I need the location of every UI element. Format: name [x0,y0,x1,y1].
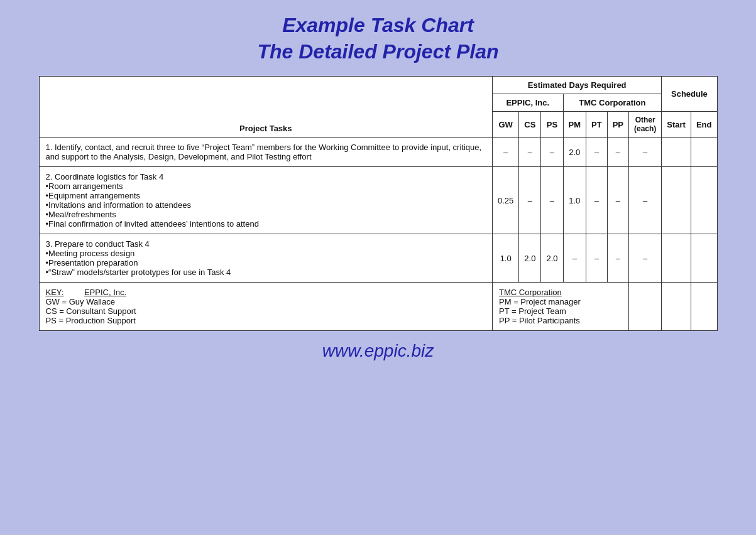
row3-end [691,234,717,283]
tmc-key-pp: PP = Pilot Participants [499,316,580,325]
estimated-days-header: Estimated Days Required [493,77,662,94]
key-start [662,283,691,331]
row2-ps: – [541,167,563,234]
row2-start [662,167,691,234]
row2-pm: 1.0 [563,167,586,234]
tmc-key-label: TMC Corporation [499,288,562,297]
row2-other: – [628,167,661,234]
row2-cs: – [519,167,541,234]
row2-gw: 0.25 [493,167,519,234]
col-end: End [691,112,717,138]
tmc-key-pt: PT = Project Team [499,306,566,316]
task-1-text: 1. Identify, contact, and recruit three … [39,138,493,167]
website-url: www.eppic.biz [322,341,434,361]
eppic-key-gw: GW = Guy Wallace [46,297,115,306]
schedule-header: Schedule [662,77,717,112]
col-other: Other(each) [628,112,661,138]
eppic-key-cs: CS = Consultant Support [46,306,136,316]
page-title: Example Task Chart The Detailed Project … [257,13,498,65]
row1-pp: – [607,138,628,167]
table-row: 2. Coordinate logistics for Task 4•Room … [39,167,717,234]
task-2-text: 2. Coordinate logistics for Task 4•Room … [39,167,493,234]
row1-other: – [628,138,661,167]
tmc-corporation-header: TMC Corporation [563,94,662,112]
col-ps: PS [541,112,563,138]
project-tasks-header: Project Tasks [39,77,493,138]
key-end [691,283,717,331]
row1-pt: – [586,138,608,167]
row1-start [662,138,691,167]
row1-gw: – [493,138,519,167]
row1-pm: 2.0 [563,138,586,167]
key-other [628,283,661,331]
row1-cs: – [519,138,541,167]
row2-pp: – [607,167,628,234]
row3-gw: 1.0 [493,234,519,283]
row3-pp: – [607,234,628,283]
key-label: KEY: [46,288,64,297]
row3-other: – [628,234,661,283]
row1-ps: – [541,138,563,167]
tmc-key-pm: PM = Project manager [499,297,581,306]
col-cs: CS [519,112,541,138]
tmc-key-cell: TMC Corporation PM = Project manager PT … [493,283,629,331]
row2-pt: – [586,167,608,234]
eppic-key-label: EPPIC, Inc. [84,288,126,297]
col-gw: GW [493,112,519,138]
key-cell: KEY: EPPIC, Inc. GW = Guy Wallace CS = C… [39,283,493,331]
row3-pm: – [563,234,586,283]
row1-end [691,138,717,167]
row3-ps: 2.0 [541,234,563,283]
key-row: KEY: EPPIC, Inc. GW = Guy Wallace CS = C… [39,283,717,331]
col-pm: PM [563,112,586,138]
task-chart-table: Project Tasks Estimated Days Required Sc… [39,76,718,331]
row3-start [662,234,691,283]
table-row: 1. Identify, contact, and recruit three … [39,138,717,167]
eppic-key-ps: PS = Production Support [46,316,136,325]
col-start: Start [662,112,691,138]
col-pp: PP [607,112,628,138]
table-row: 3. Prepare to conduct Task 4•Meeting pro… [39,234,717,283]
task-3-text: 3. Prepare to conduct Task 4•Meeting pro… [39,234,493,283]
col-pt: PT [586,112,608,138]
row2-end [691,167,717,234]
row3-cs: 2.0 [519,234,541,283]
eppic-inc-header: EPPIC, Inc. [493,94,563,112]
table-wrapper: Project Tasks Estimated Days Required Sc… [39,76,718,331]
row3-pt: – [586,234,608,283]
